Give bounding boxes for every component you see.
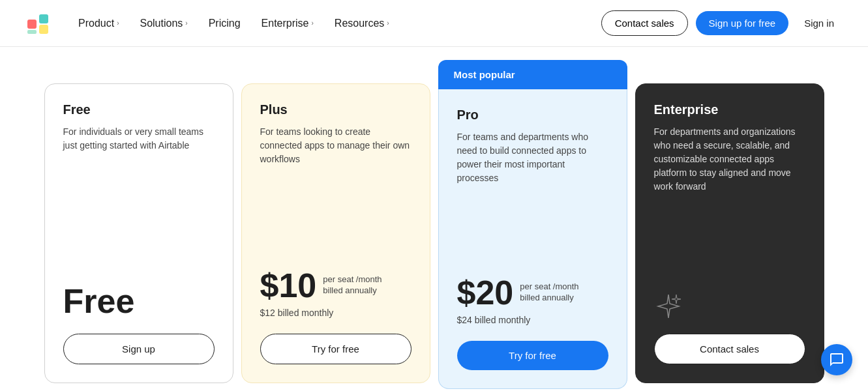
sparkle-icon: [654, 292, 683, 321]
plan-plus-price-amount: $10: [260, 268, 317, 302]
logo[interactable]: [26, 12, 50, 35]
plan-enterprise: Enterprise For departments and organizat…: [635, 83, 824, 383]
plan-plus-desc: For teams looking to create connected ap…: [260, 125, 412, 253]
nav-resources[interactable]: Resources ›: [327, 12, 397, 35]
pricing-section: Free For individuals or very small teams…: [0, 47, 868, 389]
plan-plus-price-monthly: $12 billed monthly: [260, 308, 412, 318]
plan-free-desc: For individuals or very small teams just…: [63, 125, 215, 268]
plan-plus-price-billed: billed annually: [323, 285, 382, 295]
nav-links: Product › Solutions › Pricing Enterprise…: [70, 12, 601, 35]
plan-pro-price-amount: $20: [457, 276, 514, 310]
navbar: Product › Solutions › Pricing Enterprise…: [0, 0, 868, 47]
plan-pro-price-billed: billed annually: [520, 293, 578, 302]
chat-bubble-button[interactable]: [821, 344, 852, 375]
most-popular-badge: Most popular: [438, 60, 627, 89]
plan-free-price-label: Free: [63, 284, 215, 318]
plan-free: Free For individuals or very small teams…: [44, 83, 233, 383]
plan-pro-desc: For teams and departments who need to bu…: [457, 130, 608, 260]
plan-pro-wrapper: Most popular Pro For teams and departmen…: [438, 60, 627, 389]
sign-up-nav-button[interactable]: Sign up for free: [696, 11, 789, 35]
plan-pro: Pro For teams and departments who need t…: [438, 89, 627, 389]
svg-rect-2: [39, 25, 48, 34]
plan-plus-name: Plus: [260, 102, 412, 117]
sign-in-nav-button[interactable]: Sign in: [796, 11, 842, 35]
svg-rect-3: [27, 30, 37, 34]
plan-plus-price-details: per seat /month billed annually: [323, 268, 382, 295]
plan-free-cta-button[interactable]: Sign up: [63, 334, 215, 364]
svg-rect-1: [39, 14, 48, 23]
chevron-icon: ›: [311, 20, 313, 27]
plan-enterprise-name: Enterprise: [654, 102, 805, 117]
plan-pro-price-area: $20 per seat /month billed annually $24 …: [457, 260, 608, 370]
chevron-icon: ›: [387, 20, 389, 27]
chevron-icon: ›: [185, 20, 187, 27]
nav-actions: Contact sales Sign up for free Sign in: [601, 10, 842, 36]
nav-enterprise[interactable]: Enterprise ›: [254, 12, 322, 35]
plan-pro-price-per: per seat /month: [520, 281, 578, 293]
svg-rect-0: [27, 20, 37, 29]
plan-pro-name: Pro: [457, 108, 608, 123]
plan-pro-price-monthly: $24 billed monthly: [457, 315, 608, 325]
plan-plus: Plus For teams looking to create connect…: [241, 83, 430, 383]
plan-free-name: Free: [63, 102, 215, 117]
plan-enterprise-desc: For departments and organizations who ne…: [654, 125, 805, 266]
plan-pro-cta-button[interactable]: Try for free: [457, 341, 608, 370]
chevron-icon: ›: [117, 20, 119, 27]
nav-pricing[interactable]: Pricing: [201, 12, 248, 35]
plan-plus-price-area: $10 per seat /month billed annually $12 …: [260, 253, 412, 364]
plan-plus-price-per: per seat /month: [323, 274, 382, 285]
nav-product[interactable]: Product ›: [70, 12, 127, 35]
plan-enterprise-cta-button[interactable]: Contact sales: [654, 334, 805, 364]
contact-sales-nav-button[interactable]: Contact sales: [601, 10, 688, 36]
plan-enterprise-price-area: Contact sales: [654, 266, 805, 364]
plan-plus-cta-button[interactable]: Try for free: [260, 334, 412, 364]
plan-pro-price-details: per seat /month billed annually: [520, 276, 578, 302]
nav-solutions[interactable]: Solutions ›: [132, 12, 195, 35]
plan-plus-price-row: $10 per seat /month billed annually: [260, 268, 412, 302]
plan-pro-price-row: $20 per seat /month billed annually: [457, 276, 608, 310]
plan-free-price-area: Free Sign up: [63, 268, 215, 364]
chat-icon: [829, 352, 845, 368]
